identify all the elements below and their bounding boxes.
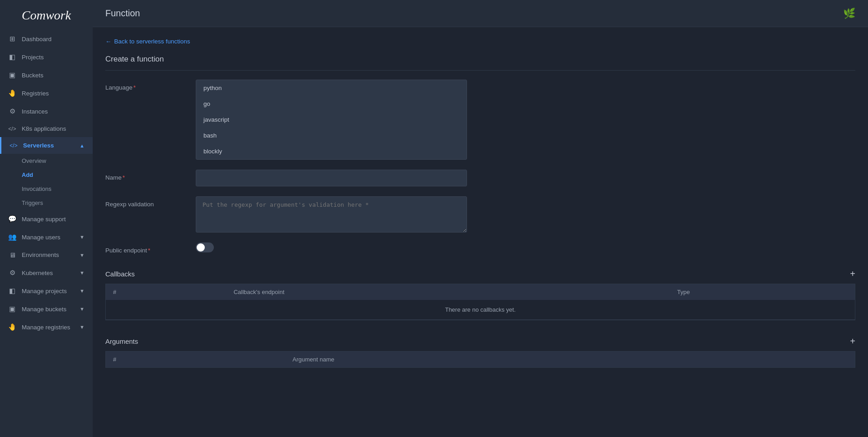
- sub-item-triggers-label: Triggers: [22, 200, 43, 206]
- callbacks-section: Callbacks + # Callback's endpoint Type T…: [105, 264, 855, 320]
- name-row: Name*: [105, 170, 855, 186]
- page-title: Function: [105, 8, 140, 19]
- manage-users-icon: 👥: [8, 233, 16, 241]
- environments-icon: 🖥: [8, 251, 16, 259]
- sidebar-item-registries[interactable]: 🤚 Registries: [0, 84, 93, 102]
- public-endpoint-row: Public endpoint*: [105, 242, 855, 254]
- callbacks-col-type: Type: [670, 284, 855, 300]
- arguments-table-container: # Argument name: [105, 352, 855, 368]
- function-icon: 🌿: [843, 8, 855, 19]
- callbacks-col-endpoint: Callback's endpoint: [226, 284, 670, 300]
- manage-registries-chevron-icon: ▼: [80, 324, 85, 330]
- registries-icon: 🤚: [8, 89, 16, 97]
- arguments-table: # Argument name: [106, 352, 855, 367]
- sub-item-add[interactable]: Add: [0, 168, 93, 182]
- toggle-knob: [197, 243, 205, 252]
- sidebar-label: Manage support: [22, 216, 66, 223]
- sidebar-item-manage-support[interactable]: 💬 Manage support: [0, 210, 93, 228]
- instances-icon: ⚙: [8, 107, 16, 115]
- sidebar-label: Manage users: [22, 234, 61, 241]
- manage-users-chevron-icon: ▼: [80, 234, 85, 240]
- callbacks-table-container: # Callback's endpoint Type There are no …: [105, 284, 855, 320]
- sidebar-item-instances[interactable]: ⚙ Instances: [0, 102, 93, 120]
- sidebar-label: Registries: [22, 90, 49, 97]
- manage-support-icon: 💬: [8, 215, 16, 223]
- environments-chevron-icon: ▼: [80, 252, 85, 258]
- language-option-blockly[interactable]: blockly: [196, 143, 467, 159]
- sub-item-add-label: Add: [22, 171, 33, 178]
- sub-item-overview[interactable]: Overview: [0, 154, 93, 168]
- sub-item-invocations-label: Invocations: [22, 185, 52, 192]
- sidebar-item-projects[interactable]: ◧ Projects: [0, 48, 93, 66]
- create-function-title: Create a function: [105, 55, 855, 71]
- language-option-python[interactable]: python: [196, 80, 467, 96]
- arguments-col-name: Argument name: [285, 352, 855, 367]
- arguments-header: Arguments +: [105, 331, 855, 352]
- manage-registries-icon: 🤚: [8, 323, 16, 331]
- language-option-bash[interactable]: bash: [196, 128, 467, 143]
- language-dropdown[interactable]: python go javascript bash blockly: [196, 80, 467, 160]
- public-endpoint-label: Public endpoint*: [105, 242, 187, 254]
- manage-buckets-chevron-icon: ▼: [80, 306, 85, 312]
- dashboard-icon: ⊞: [8, 35, 16, 43]
- sidebar-label: Buckets: [22, 72, 43, 79]
- callbacks-col-number: #: [106, 284, 226, 300]
- language-label: Language*: [105, 80, 187, 91]
- kubernetes-chevron-icon: ▼: [80, 270, 85, 276]
- regexp-row: Regexp validation: [105, 196, 855, 233]
- serverless-chevron-icon: ▲: [80, 143, 85, 148]
- arguments-section: Arguments + # Argument name: [105, 331, 855, 368]
- sub-item-overview-label: Overview: [22, 157, 46, 164]
- logo: Comwork: [0, 0, 93, 30]
- sidebar-item-manage-users[interactable]: 👥 Manage users ▼: [0, 228, 93, 246]
- callbacks-header: Callbacks +: [105, 264, 855, 284]
- manage-projects-chevron-icon: ▼: [80, 288, 85, 294]
- callbacks-empty-message: There are no callbacks yet.: [106, 300, 855, 320]
- sidebar-label: Manage buckets: [22, 306, 66, 313]
- sidebar-label: Projects: [22, 54, 44, 61]
- callbacks-title: Callbacks: [105, 270, 135, 278]
- callbacks-table: # Callback's endpoint Type There are no …: [106, 284, 855, 320]
- sidebar-item-buckets[interactable]: ▣ Buckets: [0, 66, 93, 84]
- name-label: Name*: [105, 170, 187, 181]
- arguments-title: Arguments: [105, 337, 138, 345]
- public-endpoint-toggle[interactable]: [196, 242, 214, 252]
- callbacks-empty-row: There are no callbacks yet.: [106, 300, 855, 320]
- manage-projects-icon: ◧: [8, 287, 16, 295]
- sidebar-serverless-label: Serverless: [23, 142, 54, 149]
- sub-item-triggers[interactable]: Triggers: [0, 196, 93, 210]
- logo-text: Comwork: [22, 8, 71, 23]
- sub-item-invocations[interactable]: Invocations: [0, 182, 93, 196]
- main-area: Function 🌿 ← Back to serverless function…: [93, 0, 868, 437]
- sidebar-item-k8s[interactable]: </> K8s applications: [0, 120, 93, 137]
- sidebar-item-manage-registries[interactable]: 🤚 Manage registries ▼: [0, 318, 93, 336]
- regexp-label: Regexp validation: [105, 196, 187, 208]
- content-area: ← Back to serverless functions Create a …: [93, 27, 868, 437]
- manage-buckets-icon: ▣: [8, 305, 16, 313]
- language-row: Language* python go javascript bash bloc…: [105, 80, 855, 160]
- sidebar: Comwork ⊞ Dashboard ◧ Projects ▣ Buckets…: [0, 0, 93, 437]
- sidebar-label: Environments: [22, 252, 59, 258]
- sidebar-item-serverless[interactable]: </> Serverless ▲: [0, 137, 93, 154]
- sidebar-item-environments[interactable]: 🖥 Environments ▼: [0, 246, 93, 264]
- language-option-javascript[interactable]: javascript: [196, 112, 467, 128]
- back-link[interactable]: ← Back to serverless functions: [105, 38, 190, 45]
- name-input[interactable]: [196, 170, 467, 186]
- sidebar-item-kubernetes[interactable]: ⚙ Kubernetes ▼: [0, 264, 93, 282]
- language-dropdown-menu[interactable]: python go javascript bash blockly: [196, 80, 467, 160]
- sidebar-label: K8s applications: [22, 125, 66, 132]
- regexp-input[interactable]: [196, 196, 467, 233]
- serverless-icon: </>: [9, 142, 18, 149]
- sidebar-item-manage-projects[interactable]: ◧ Manage projects ▼: [0, 282, 93, 300]
- sidebar-label: Kubernetes: [22, 270, 53, 276]
- sidebar-item-dashboard[interactable]: ⊞ Dashboard: [0, 30, 93, 48]
- sidebar-label: Manage projects: [22, 288, 67, 294]
- language-option-go[interactable]: go: [196, 96, 467, 112]
- k8s-icon: </>: [8, 126, 16, 132]
- sidebar-item-manage-buckets[interactable]: ▣ Manage buckets ▼: [0, 300, 93, 318]
- add-callback-button[interactable]: +: [850, 269, 855, 278]
- add-argument-button[interactable]: +: [850, 337, 855, 346]
- kubernetes-icon: ⚙: [8, 269, 16, 277]
- arguments-col-number: #: [106, 352, 285, 367]
- projects-icon: ◧: [8, 53, 16, 61]
